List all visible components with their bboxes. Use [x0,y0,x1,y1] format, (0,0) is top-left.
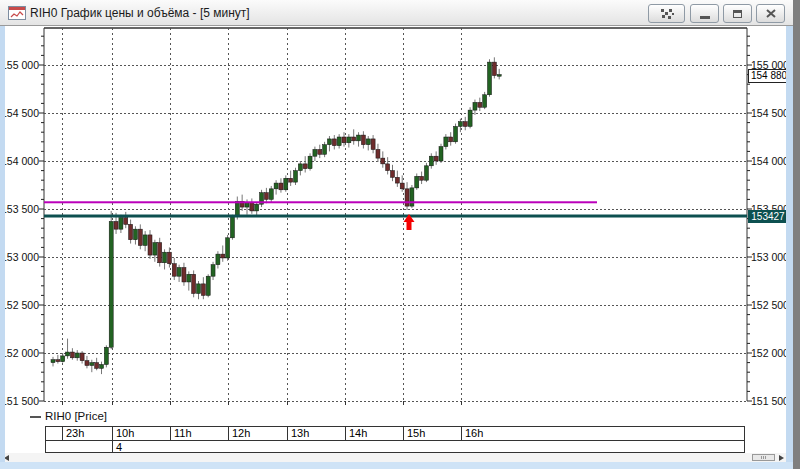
level-price-badge: 153427 [748,210,788,223]
candle-body [361,135,365,145]
candle-body [410,188,414,206]
candle-body [104,347,108,364]
candle-body [114,221,118,229]
chart-window: RIH0 График цены и объёма - [5 минут] 15… [0,0,800,469]
candle-body [352,137,356,141]
candle-body [269,189,273,200]
candle-body [391,171,395,178]
candle-body [371,139,375,150]
candle-body [463,122,467,127]
candle-body [434,156,438,161]
candle-body [56,360,60,362]
candle-body [158,243,162,263]
candle-body [497,75,501,77]
candle-body [119,218,123,230]
candle-body [327,139,331,145]
candle-body [129,224,133,239]
candle-body [187,274,191,282]
candle-body [163,252,167,263]
candle-body [492,62,496,75]
candle-body [85,361,89,366]
candle-body [148,235,152,255]
candle-body [376,149,380,158]
candle-body [347,137,351,143]
candle-body [381,158,385,164]
candle-body [449,137,453,142]
candle-body [284,178,288,190]
candle-body [95,363,99,369]
desktop-background [793,0,800,469]
scrollbar-thumb[interactable] [752,454,775,461]
candle-body [274,183,278,189]
candle-body [192,274,196,293]
teal-level-line [44,215,747,218]
candle-body [211,265,215,277]
candle-body [444,137,448,147]
candle-body [294,171,298,183]
candle-body [439,147,443,161]
candle-body [133,229,137,240]
candle-body [415,176,419,188]
candle-body [124,218,128,225]
candle-body [70,352,74,358]
candle-body [216,254,220,265]
candle-body [298,164,302,171]
candle-body [167,252,171,264]
legend-series-label: RIH0 [Price] [45,410,107,422]
candle-body [51,360,55,363]
candle-body [420,176,424,180]
candle-body [468,110,472,126]
candle-body [250,202,254,211]
candle-body [405,189,409,206]
candle-body [177,268,181,277]
candle-body [386,164,390,171]
candle-body [153,243,157,255]
candle-body [454,126,458,141]
candle-body [395,177,399,183]
candle-body [100,365,104,369]
candle-body [429,156,433,166]
candle-body [182,268,186,282]
candle-body [473,102,477,110]
candle-body [90,363,94,366]
window-border-bottom [0,462,793,469]
candle-body [400,183,404,189]
price-chart-canvas[interactable] [0,0,793,469]
candle-body [230,217,234,238]
candle-body [303,164,307,169]
candle-body [318,149,322,154]
candle-body [483,95,487,107]
candle-body [342,137,346,143]
candle-body [80,353,84,361]
candle-body [226,238,230,258]
window-border-left [0,26,5,469]
candle-body [488,62,492,95]
candle-body [366,139,370,145]
candle-body [308,156,312,168]
scroll-right-icon[interactable] [779,455,784,461]
candle-body [264,193,268,200]
candle-body [75,353,79,358]
candle-body [337,137,341,146]
candle-body [221,254,225,258]
candle-body [143,235,147,246]
candle-body [138,229,142,245]
candle-body [424,166,428,180]
candle-body [279,183,283,190]
candle-body [357,135,361,141]
magenta-level-line [44,201,597,203]
candle-body [458,122,462,127]
candle-body [235,201,239,216]
candle-body [172,264,176,276]
legend-line-sample [30,416,41,418]
candle-body [61,356,65,362]
candle-body [66,352,70,356]
candle-body [201,284,205,296]
window-border-right [786,26,793,469]
candle-body [109,221,113,347]
candle-body [478,102,482,107]
candle-body [313,149,317,156]
horizontal-scrollbar[interactable] [0,453,786,462]
candle-body [255,204,259,211]
candle-body [197,284,201,294]
